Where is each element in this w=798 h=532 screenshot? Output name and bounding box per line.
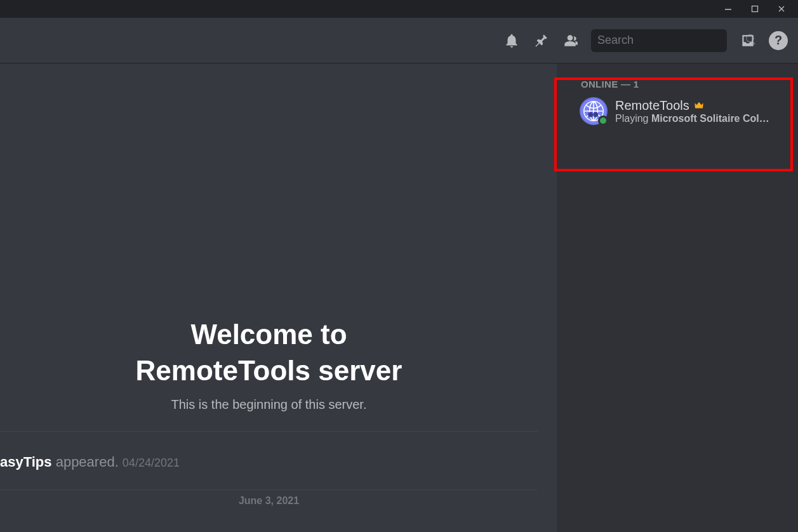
channel-header: ? — [0, 18, 798, 63]
welcome-block: Welcome to RemoteTools server This is th… — [0, 316, 538, 432]
system-message-username: asyTips — [0, 454, 52, 470]
member-name: RemoteTools — [615, 98, 689, 113]
activity-game: Microsoft Solitaire Col… — [651, 113, 769, 124]
crown-icon — [693, 98, 705, 113]
chat-panel: Welcome to RemoteTools server This is th… — [0, 63, 562, 532]
system-message-timestamp: 04/24/2021 — [123, 456, 180, 469]
activity-prefix: Playing — [615, 113, 651, 124]
online-section-label: ONLINE — 1 — [562, 79, 793, 90]
inbox-icon[interactable] — [740, 32, 756, 49]
maximize-button[interactable] — [743, 0, 766, 18]
notifications-icon[interactable] — [503, 32, 520, 49]
status-online-icon — [598, 116, 608, 126]
close-button[interactable] — [770, 0, 793, 18]
svg-point-4 — [588, 112, 593, 117]
welcome-title: Welcome to RemoteTools server — [0, 316, 538, 389]
search-box[interactable] — [591, 29, 727, 52]
system-message-action: appeared. — [52, 454, 123, 470]
svg-rect-0 — [725, 9, 731, 10]
members-panel: ONLINE — 1 — [562, 63, 798, 532]
help-glyph: ? — [775, 33, 782, 48]
member-text: RemoteTools Playing Microsoft Solitaire … — [615, 98, 788, 124]
search-input[interactable] — [597, 34, 745, 47]
welcome-title-line2: RemoteTools server — [0, 352, 538, 389]
svg-point-5 — [593, 112, 598, 117]
system-message: asyTips appeared. 04/24/2021 — [0, 454, 538, 490]
content-area: Welcome to RemoteTools server This is th… — [0, 63, 798, 532]
welcome-title-line1: Welcome to — [0, 316, 538, 352]
welcome-subtitle: This is the beginning of this server. — [0, 397, 538, 432]
window-titlebar — [0, 0, 798, 18]
member-row[interactable]: RemoteTools Playing Microsoft Solitaire … — [562, 93, 793, 129]
date-divider: June 3, 2021 — [0, 495, 538, 507]
minimize-button[interactable] — [717, 0, 740, 18]
pinned-messages-icon[interactable] — [533, 32, 549, 49]
member-list-icon[interactable] — [562, 32, 578, 49]
help-icon[interactable]: ? — [769, 31, 788, 50]
svg-rect-1 — [752, 6, 758, 12]
avatar-wrap — [580, 97, 608, 125]
member-activity: Playing Microsoft Solitaire Col… — [615, 113, 774, 124]
